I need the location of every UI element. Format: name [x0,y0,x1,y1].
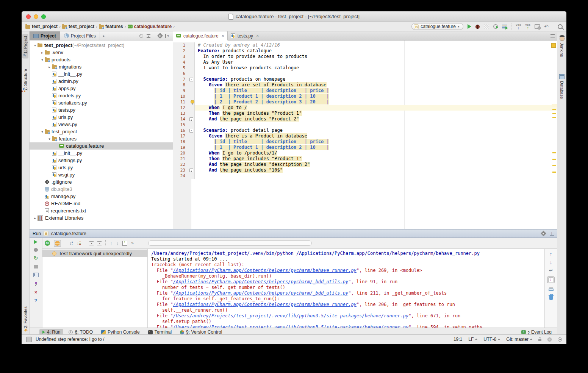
tree-row[interactable]: settings.py [30,157,173,164]
tree-row[interactable]: views.py [30,121,173,128]
search-everywhere-button[interactable] [558,24,563,29]
tree-row[interactable]: ▸External Libraries [30,214,173,222]
titlebar[interactable]: catalogue.feature - test_project - [~/Pr… [22,11,566,22]
editor-tab-catalogue-feature[interactable]: catalogue.feature× [173,31,228,41]
soft-wrap-icon[interactable]: ↩ [549,268,553,273]
tree-row[interactable]: ▾features [30,135,173,142]
next-failed-test-icon[interactable]: ↓ [116,240,119,246]
error-stripe-currentline-mark[interactable] [552,104,557,107]
stack-trace-link[interactable]: /Users/andrey/Projects/test_project/.ven… [173,325,408,328]
status-widget-gitmaster[interactable]: Git: master [506,337,532,342]
tree-row[interactable]: db.sqlite3 [30,186,173,193]
close-tab-icon[interactable]: × [256,33,259,39]
undo-button[interactable]: ↶ [544,24,549,29]
tree-row[interactable]: apps.py [30,85,173,92]
stack-trace-link[interactable]: /Applications/PyCharm.app/Contents/helpe… [173,279,348,284]
tree-expand-icon[interactable]: ▸ [33,216,38,220]
close-icon[interactable]: × [34,290,38,294]
fold-end-icon[interactable] [189,169,193,172]
status-widget-lf[interactable]: LF [468,337,477,342]
tree-row[interactable]: models.py [30,92,173,99]
tool-window-button-project[interactable]: 1: Project [22,34,28,58]
tool-window-button-jenkins[interactable]: Jenkins [559,34,565,59]
pin-tab-icon[interactable] [34,281,38,286]
tree-row[interactable]: ▾test_project (~/Projects/test_project) [30,42,173,49]
tree-row[interactable]: urls.py [30,164,173,171]
error-stripe-warning-mark[interactable] [552,152,556,153]
tree-expand-icon[interactable]: ▸ [47,65,52,69]
sort-alphabetically-icon[interactable]: ↓az [69,240,73,246]
breadcrumb-item[interactable]: features [99,24,123,29]
error-stripe-warning-mark[interactable] [552,159,556,160]
stack-trace-link[interactable]: /Applications/PyCharm.app/Contents/helpe… [173,290,348,296]
fold-open-icon[interactable]: - [189,129,193,133]
down-the-stack-trace-icon[interactable]: ↓ [550,260,552,265]
run-configurations-button[interactable] [502,25,507,29]
print-icon[interactable] [549,289,554,291]
collapse-all-icon[interactable]: ▴ [97,241,102,245]
close-tab-icon[interactable]: × [222,33,224,39]
status-widget-191[interactable]: 19:1 [454,337,462,342]
project-view-tab-project-files[interactable]: Project Files [60,31,100,40]
tree-row[interactable]: tests.py [30,106,173,114]
tree-row[interactable]: admin.py [30,78,173,85]
tabs-list-icon[interactable] [550,34,555,37]
stack-trace-link[interactable]: /Applications/PyCharm.app/Contents/helpe… [173,302,357,307]
tree-row[interactable]: ▸migrations [30,63,173,70]
tool-window-button-structure[interactable]: 7: Structure [22,67,28,95]
error-stripe-warning-mark[interactable] [552,109,556,110]
tree-row[interactable]: urls.py [30,114,173,121]
tree-row[interactable]: ▾test_project [30,128,173,135]
error-stripe-warning-mark[interactable] [552,113,556,114]
tree-row[interactable]: ▸.venv [30,49,173,56]
panel-settings-button[interactable]: ▾ [158,34,162,38]
editor-code-area[interactable]: 1# Created by andrey at 4/12/162Feature:… [173,41,557,229]
scroll-from-source-icon[interactable] [147,34,150,38]
status-widget-utf8[interactable]: UTF-8 [483,337,500,342]
scroll-to-end-button[interactable] [547,276,555,283]
hide-run-panel-icon[interactable] [550,232,554,236]
expand-all-icon[interactable]: ▾ [89,241,94,245]
tree-row[interactable]: wsgi.py [30,171,173,178]
run-console[interactable]: /Users/andrey/Projects/test_project/.ven… [148,249,544,328]
intention-bulb-icon[interactable] [191,100,194,104]
error-stripe-warning-mark[interactable] [552,172,556,173]
tool-window-button-database[interactable]: Database [558,72,565,101]
tree-row[interactable]: serializers.py [30,99,173,106]
tree-row[interactable]: __init__.py [30,70,173,78]
run-panel-settings-button[interactable]: ▾ [541,231,545,236]
tree-row[interactable]: ▾products [30,56,173,63]
toggle-auto-test-icon[interactable]: ↻ [34,256,38,261]
run-with-coverage-button[interactable] [484,24,489,29]
tool-window-toggle-icon[interactable] [26,337,32,342]
tree-expand-icon[interactable]: ▾ [40,58,45,62]
run-panel-header[interactable]: Run catalogue.feature ▾ [30,229,557,238]
restore-layout-icon[interactable] [33,273,39,277]
rerun-button[interactable] [34,240,38,244]
show-ignored-icon[interactable] [54,240,61,247]
more-tabs-chevron-icon[interactable]: ▸ [100,34,108,38]
debug-button[interactable] [475,25,480,29]
sort-by-duration-icon[interactable]: ↓ [77,240,81,246]
stop-button[interactable] [34,265,38,268]
breadcrumb-item[interactable]: test_project [25,24,58,29]
error-stripe-warning-mark[interactable] [552,165,556,166]
clear-all-icon[interactable] [549,296,553,300]
previous-failed-test-icon[interactable]: ↑ [110,240,113,246]
hide-panel-icon[interactable] [165,34,170,38]
stack-trace-link[interactable]: /Applications/PyCharm.app/Contents/helpe… [173,268,357,273]
project-view-tab-project[interactable]: Project [30,31,60,40]
more-actions-chevron-icon[interactable]: » [131,240,134,246]
horizontal-scrollbar[interactable] [148,240,312,246]
show-passed-icon[interactable]: OK [45,240,50,246]
test-tree-row[interactable]: Test framework quit unexpectedly [42,250,147,257]
up-the-stack-trace-icon[interactable]: ↑ [550,252,552,256]
tree-expand-icon[interactable]: ▸ [40,51,45,55]
breadcrumb-item[interactable]: test_project [62,24,94,29]
fold-open-icon[interactable]: - [189,78,193,81]
show-changes-button[interactable] [535,24,540,29]
vcs-update-button[interactable]: VCS↓ [516,24,521,30]
run-config-select[interactable]: catalogue.feature ▾ [411,23,463,30]
run-button[interactable] [468,24,471,29]
editor-tab-tests-py[interactable]: tests.py× [228,31,262,40]
